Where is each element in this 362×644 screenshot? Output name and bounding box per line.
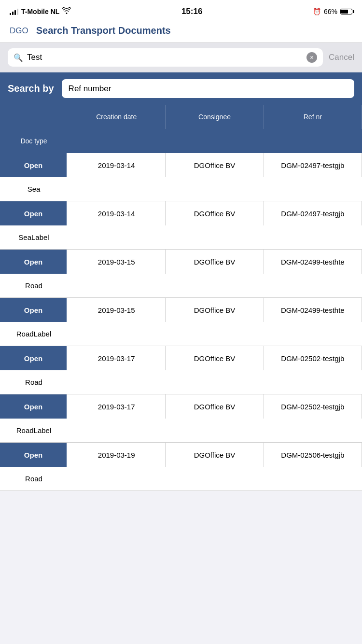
row-doc-type: SeaLabel [0,225,68,250]
header-ref-nr: Ref nr [264,105,362,129]
row-ref-nr: DGM-02499-testhte [264,250,362,274]
search-icon: 🔍 [14,53,23,62]
row-doc-type: Road [0,370,68,394]
search-by-label: Search by [8,83,54,94]
row-creation-date: 2019-03-19 [68,443,166,467]
table-header: Creation date Consignee Ref nr Doc type [0,105,362,153]
row-consignee: DGOffice BV [166,394,264,419]
header-consignee: Consignee [166,105,264,129]
table-row[interactable]: Open 2019-03-14 DGOffice BV DGM-02497-te… [0,201,362,250]
status-left: T-Mobile NL [10,7,71,16]
row-creation-date: 2019-03-15 [68,250,166,274]
row-consignee: DGOffice BV [166,346,264,370]
search-by-row: Search by Ref number [0,72,362,105]
row-creation-date: 2019-03-14 [68,153,166,177]
row-doc-type: Sea [0,177,68,201]
row-status: Open [0,250,68,274]
status-time: 15:16 [181,7,202,16]
header-creation-date: Creation date [68,105,166,129]
search-section: 🔍 × Cancel [0,42,362,72]
row-consignee: DGOffice BV [166,298,264,322]
table-row[interactable]: Open 2019-03-15 DGOffice BV DGM-02499-te… [0,298,362,346]
row-ref-nr: DGM-02506-testgjb [264,443,362,467]
row-consignee: DGOffice BV [166,443,264,467]
row-consignee: DGOffice BV [166,250,264,274]
table-body: Open 2019-03-14 DGOffice BV DGM-02497-te… [0,153,362,491]
row-status: Open [0,201,68,225]
search-by-dropdown[interactable]: Ref number [62,79,354,98]
carrier-name: T-Mobile NL [21,8,59,15]
row-doc-type: Road [0,467,68,491]
status-bar: T-Mobile NL 15:16 ⏰ 66% [0,0,362,21]
row-creation-date: 2019-03-14 [68,201,166,225]
row-creation-date: 2019-03-15 [68,298,166,322]
table-row[interactable]: Open 2019-03-15 DGOffice BV DGM-02499-te… [0,250,362,298]
wifi-icon [62,7,71,16]
row-ref-nr: DGM-02499-testhte [264,298,362,322]
signal-icon [10,8,18,15]
row-ref-nr: DGM-02502-testgjb [264,394,362,419]
battery-percent: 66% [324,8,337,15]
row-doc-type: RoadLabel [0,322,68,346]
search-input-wrapper: 🔍 × [8,48,323,67]
status-right: ⏰ 66% [313,8,352,15]
row-ref-nr: DGM-02502-testgjb [264,346,362,370]
row-doc-type: RoadLabel [0,419,68,443]
search-input[interactable] [27,53,303,62]
nav-back-button[interactable]: DGO [10,26,28,36]
page-title: Search Transport Documents [36,25,171,36]
search-clear-button[interactable]: × [306,52,317,63]
header-doc-type: Doc type [0,129,68,153]
row-status: Open [0,394,68,419]
nav-bar: DGO Search Transport Documents [0,21,362,42]
table-row[interactable]: Open 2019-03-14 DGOffice BV DGM-02497-te… [0,153,362,201]
table-row[interactable]: Open 2019-03-17 DGOffice BV DGM-02502-te… [0,394,362,443]
row-ref-nr: DGM-02497-testgjb [264,201,362,225]
row-status: Open [0,443,68,467]
table-row[interactable]: Open 2019-03-19 DGOffice BV DGM-02506-te… [0,443,362,491]
row-doc-type: Road [0,274,68,298]
row-consignee: DGOffice BV [166,201,264,225]
search-cancel-button[interactable]: Cancel [329,53,354,62]
row-creation-date: 2019-03-17 [68,346,166,370]
row-consignee: DGOffice BV [166,153,264,177]
row-status: Open [0,298,68,322]
alarm-icon: ⏰ [313,8,321,15]
table-row[interactable]: Open 2019-03-17 DGOffice BV DGM-02502-te… [0,346,362,394]
row-status: Open [0,346,68,370]
row-status: Open [0,153,68,177]
row-creation-date: 2019-03-17 [68,394,166,419]
battery-icon [340,9,352,14]
row-ref-nr: DGM-02497-testgjb [264,153,362,177]
